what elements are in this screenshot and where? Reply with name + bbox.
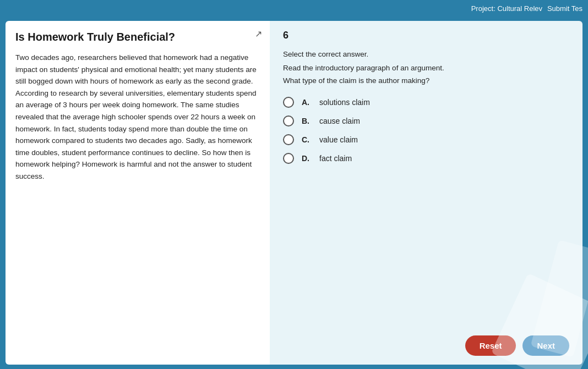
expand-icon[interactable]: ↗ <box>255 29 262 39</box>
option-item-b[interactable]: B.cause claim <box>283 115 569 126</box>
option-label-0: solutions claim <box>319 98 370 107</box>
option-radio-2[interactable] <box>283 134 294 145</box>
option-item-a[interactable]: A.solutions claim <box>283 97 569 108</box>
option-radio-1[interactable] <box>283 115 294 126</box>
option-letter-2: C. <box>302 135 312 144</box>
left-panel: Is Homework Truly Beneficial? ↗ Two deca… <box>6 21 270 365</box>
option-letter-0: A. <box>302 98 312 107</box>
question-number: 6 <box>283 30 569 41</box>
article-title: Is Homework Truly Beneficial? <box>15 30 260 44</box>
submit-test-button[interactable]: Submit Tes <box>547 4 582 13</box>
project-label: Project: Cultural Relev <box>471 4 542 13</box>
option-label-1: cause claim <box>319 117 360 125</box>
main-content: Is Homework Truly Beneficial? ↗ Two deca… <box>0 16 588 369</box>
option-label-3: fact claim <box>319 154 352 163</box>
right-panel: 6 Select the correct answer. Read the in… <box>270 21 582 365</box>
option-item-d[interactable]: D.fact claim <box>283 153 569 164</box>
top-bar: Project: Cultural Relev Submit Tes <box>0 0 588 16</box>
option-letter-1: B. <box>302 117 312 125</box>
option-radio-0[interactable] <box>283 97 294 108</box>
option-letter-3: D. <box>302 154 312 163</box>
prompt-line2: What type of the claim is the author mak… <box>283 76 569 85</box>
option-item-c[interactable]: C.value claim <box>283 134 569 145</box>
option-label-2: value claim <box>319 135 358 144</box>
instruction-text: Select the correct answer. <box>283 50 569 58</box>
prompt-line1: Read the introductory paragraph of an ar… <box>283 64 569 72</box>
article-body: Two decades ago, researchers believed th… <box>15 52 260 183</box>
option-radio-3[interactable] <box>283 153 294 164</box>
